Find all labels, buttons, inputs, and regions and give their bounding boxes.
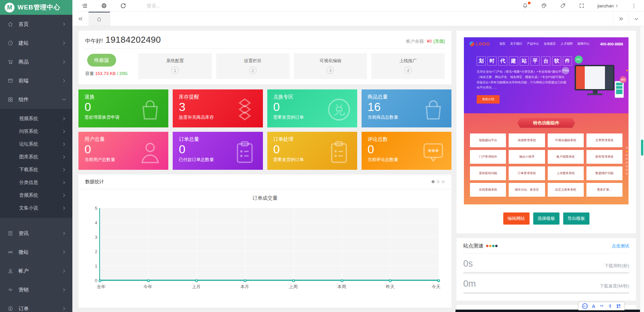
- banner-pager-dot[interactable]: [626, 154, 628, 156]
- stat-card-7[interactable]: 订单处理0需要发货的订单: [267, 132, 357, 170]
- page-scrollbar[interactable]: [640, 26, 644, 312]
- carousel-dot[interactable]: [432, 180, 435, 183]
- speed-test-dots: [486, 245, 498, 247]
- refresh-icon[interactable]: [120, 3, 126, 9]
- data-point: [244, 279, 246, 282]
- scrollbar-thumb[interactable]: [641, 140, 643, 156]
- sidebar-subitem[interactable]: 问答系统: [0, 125, 72, 138]
- collapse-menu-icon[interactable]: [82, 3, 88, 9]
- setup-step[interactable]: 设置栏目2: [216, 53, 290, 79]
- sidebar-subitem[interactable]: 文集小说: [0, 202, 72, 214]
- feature-box: 自定义表单系统: [548, 183, 584, 197]
- metric-value: 0m: [463, 279, 476, 289]
- stat-card-1[interactable]: 退换0需处理退换货申请: [78, 89, 168, 127]
- feature-box: 文章管理系统: [586, 133, 622, 147]
- chevron-right-icon: [63, 307, 66, 311]
- stat-card-4[interactable]: 商品总量16当前商品总数量: [362, 89, 451, 127]
- sidebar-subitem-label: 文集小说: [19, 205, 38, 211]
- ime-language-icon[interactable]: A: [592, 304, 595, 309]
- setup-step[interactable]: 系统配置1: [138, 53, 212, 79]
- banner-pager-dot[interactable]: [626, 147, 628, 149]
- ime-grid-icon[interactable]: [616, 304, 621, 308]
- banner-pager-dot[interactable]: [626, 173, 628, 174]
- more-options-icon[interactable]: ⋮: [631, 3, 637, 9]
- y-tick-label: 2: [90, 249, 97, 254]
- banner-pager-dot[interactable]: [626, 158, 628, 160]
- capacity-total: / 20G: [117, 71, 128, 76]
- data-point: [389, 279, 392, 282]
- user-menu[interactable]: jianzhan: [598, 3, 618, 8]
- sidebar-subitem[interactable]: 视频系统: [0, 112, 72, 125]
- tabs-scroll-left-icon[interactable]: [72, 12, 89, 26]
- gauge-icon: [7, 40, 13, 46]
- stat-card-2[interactable]: 库存提醒3急需补充商品库存: [173, 89, 263, 127]
- chart-x-labels: 去年今年上月本月上周本周昨天今天: [99, 284, 439, 290]
- balance-label: 帐户余额:: [406, 39, 425, 44]
- stat-card-6[interactable]: 订单总量0已付款订单总数量: [173, 132, 263, 170]
- sidebar-item-micro-site[interactable]: 微站: [0, 243, 72, 262]
- app-logo: M WEB管理中心: [0, 0, 72, 15]
- sidebar-subitem[interactable]: 图库系统: [0, 151, 72, 163]
- setup-step[interactable]: 上线推广4: [371, 53, 445, 79]
- banner-pager-dots: [626, 147, 628, 174]
- edit-site-button[interactable]: 编辑网站: [503, 212, 530, 225]
- carousel-dot[interactable]: [437, 180, 440, 183]
- choose-template-button[interactable]: 选择模板: [533, 212, 560, 225]
- search-input[interactable]: [147, 3, 221, 8]
- sidebar-item-site-build[interactable]: 建站: [0, 34, 72, 52]
- banner-pager-dot[interactable]: [626, 169, 628, 171]
- tag-icon[interactable]: [560, 3, 566, 9]
- divider: [85, 48, 445, 49]
- sidebar-item-orders[interactable]: 订单: [0, 299, 72, 312]
- tabs-scroll-right-icon[interactable]: [613, 12, 629, 26]
- chevron-right-icon: [63, 79, 66, 83]
- sidebar-subitem[interactable]: 音频系统: [0, 189, 72, 202]
- setup-step[interactable]: 可视化编辑3: [294, 53, 367, 79]
- sidebar-item-news[interactable]: 资讯: [0, 224, 72, 243]
- notification-bell-icon[interactable]: [522, 3, 528, 9]
- template-actions: 编辑网站选择模板导出模板: [464, 212, 629, 225]
- greeting-label: 中午好!: [85, 38, 103, 45]
- run-speed-test-link[interactable]: 点击测试: [612, 243, 629, 249]
- sidebar-item-components[interactable]: 组件: [0, 90, 72, 109]
- account-balance: 帐户余额: ¥0 [充值]: [406, 38, 445, 44]
- chevron-right-icon: [63, 22, 66, 26]
- sidebar-item-home[interactable]: 首页: [0, 15, 72, 34]
- metric-progress-bar: [463, 292, 629, 294]
- recharge-link[interactable]: [充值]: [434, 39, 445, 44]
- chart-series-line: [99, 280, 439, 281]
- banner-pager-dot[interactable]: [626, 162, 628, 163]
- sidebar-submenu: 视频系统问答系统论坛系统图库系统下载系统分类信息音频系统文集小说: [0, 109, 72, 218]
- globe-icon[interactable]: [101, 3, 107, 9]
- metric-label: 下载用时(秒): [604, 263, 629, 269]
- theme-palette-icon[interactable]: [541, 3, 547, 9]
- home-icon: [96, 16, 102, 22]
- sidebar-subitem-label: 视频系统: [19, 116, 38, 122]
- carousel-dot[interactable]: [442, 180, 445, 183]
- ime-brand-icon[interactable]: iFLY: [582, 303, 588, 309]
- sidebar-subitem[interactable]: 下载系统: [0, 163, 72, 176]
- banner-pager-dot[interactable]: [626, 151, 628, 152]
- banner-pager-dot[interactable]: [626, 165, 628, 167]
- sidebar-subitem[interactable]: 分类信息: [0, 176, 72, 189]
- sidebar-item-goods[interactable]: 商品: [0, 52, 72, 71]
- speed-dot: [489, 245, 492, 247]
- ime-punctuation-icon[interactable]: [600, 304, 604, 308]
- sidebar-item-marketing[interactable]: 营销: [0, 280, 72, 299]
- export-template-button[interactable]: 导出模板: [563, 212, 589, 225]
- sidebar-item-account[interactable]: 帐户: [0, 262, 72, 280]
- stat-card-8[interactable]: 评论总数0当前评论总数量: [362, 132, 451, 170]
- pc-circle: PC: [575, 55, 583, 64]
- tabs-menu-icon[interactable]: [629, 12, 644, 26]
- sidebar-item-frontend[interactable]: 前端: [0, 71, 72, 90]
- sidebar-subitem[interactable]: 论坛系统: [0, 138, 72, 151]
- stat-card-3[interactable]: 兑换专区0需要发货的订单兑: [267, 89, 357, 127]
- chevron-right-icon: [615, 4, 618, 8]
- ime-microphone-icon[interactable]: [608, 304, 612, 308]
- notification-badge: [528, 2, 531, 4]
- fullscreen-icon[interactable]: [579, 3, 585, 9]
- stat-card-5[interactable]: 用户总量0当前用户总数量: [78, 132, 168, 170]
- site-template-preview[interactable]: LOGO 首页关于我们产品中心在线留言人才招聘新闻中心400-800-8888 …: [464, 37, 629, 204]
- news-icon: [7, 230, 13, 236]
- tab-home[interactable]: [89, 12, 110, 26]
